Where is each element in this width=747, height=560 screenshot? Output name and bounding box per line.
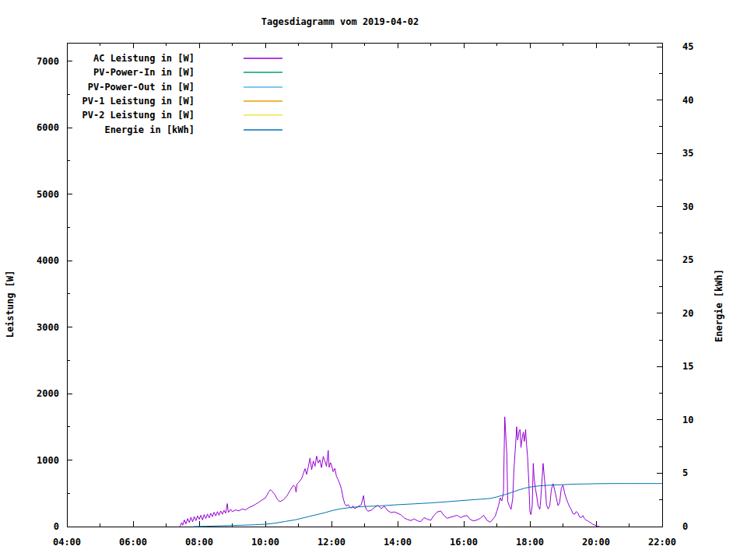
chart-title: Tagesdiagramm vom 2019-04-02 bbox=[261, 16, 419, 27]
y2-tick-label: 30 bbox=[682, 201, 693, 212]
legend-label-pv-power-out: PV-Power-Out in [W] bbox=[88, 82, 195, 93]
y-tick-label: 4000 bbox=[37, 255, 59, 266]
chart-canvas: Tagesdiagramm vom 2019-04-02 Leistung [W… bbox=[0, 0, 747, 560]
y2-tick-label: 45 bbox=[682, 41, 693, 52]
x-tick-label: 12:00 bbox=[317, 537, 345, 548]
y2-tick-label: 10 bbox=[682, 415, 693, 425]
y-tick-label: 0 bbox=[54, 521, 59, 532]
series-line-energie-in-kwh bbox=[194, 484, 662, 527]
left-axis-label: Leistung [W] bbox=[5, 271, 16, 338]
y2-tick-label: 35 bbox=[682, 148, 693, 159]
x-tick-label: 18:00 bbox=[516, 537, 544, 548]
legend-label-pv1-leistung: PV-1 Leistung in [W] bbox=[82, 96, 195, 107]
series-line-ac-leistung-in-w bbox=[180, 417, 599, 527]
y-tick-label: 2000 bbox=[37, 388, 59, 399]
legend-label-pv2-leistung: PV-2 Leistung in [W] bbox=[82, 110, 195, 121]
x-tick-label: 16:00 bbox=[450, 537, 478, 548]
series-lines bbox=[180, 417, 662, 527]
x-tick-label: 20:00 bbox=[582, 537, 610, 548]
x-tick-label: 04:00 bbox=[53, 537, 81, 548]
y2-tick-label: 20 bbox=[682, 308, 693, 319]
x-tick-label: 14:00 bbox=[384, 537, 412, 548]
y-tick-label: 1000 bbox=[37, 455, 59, 466]
right-axis-label: Energie [kWh] bbox=[714, 269, 724, 342]
y-tick-label: 3000 bbox=[37, 322, 59, 333]
y-tick-label: 7000 bbox=[37, 56, 59, 67]
y2-tick-label: 40 bbox=[682, 95, 693, 106]
x-tick-label: 08:00 bbox=[185, 537, 213, 548]
y2-tick-label: 15 bbox=[682, 361, 693, 372]
y-tick-label: 6000 bbox=[37, 122, 59, 133]
y-tick-label: 5000 bbox=[37, 189, 59, 200]
y2-tick-label: 0 bbox=[682, 521, 688, 532]
legend-label-ac-leistung: AC Leistung in [W] bbox=[93, 53, 195, 64]
x-tick-label: 06:00 bbox=[119, 537, 147, 548]
y2-tick-label: 25 bbox=[682, 254, 693, 265]
x-tick-label: 22:00 bbox=[648, 537, 676, 548]
y2-tick-label: 5 bbox=[682, 467, 688, 478]
legend-label-energie: Energie in [kWh] bbox=[104, 124, 195, 135]
tagesdiagramm-chart: Tagesdiagramm vom 2019-04-02 Leistung [W… bbox=[0, 0, 747, 560]
legend-label-pv-power-in: PV-Power-In in [W] bbox=[93, 67, 195, 78]
x-tick-label: 10:00 bbox=[251, 537, 279, 548]
legend: AC Leistung in [W] PV-Power-In in [W] PV… bbox=[82, 53, 283, 135]
